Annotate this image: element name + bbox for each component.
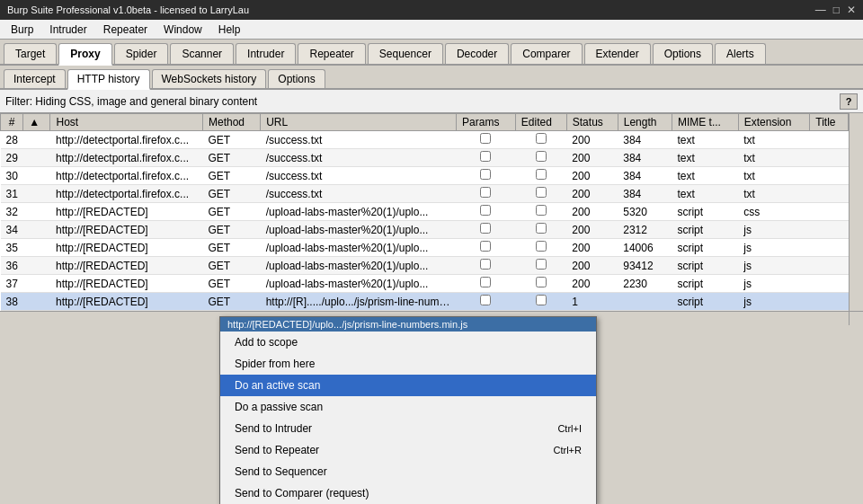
cell-params[interactable] xyxy=(457,293,516,311)
table-row[interactable]: 32 http://[REDACTED] GET /upload-labs-ma… xyxy=(1,203,849,221)
vertical-scrollbar[interactable] xyxy=(849,113,863,311)
tab-target[interactable]: Target xyxy=(4,43,57,64)
ctx-do-active-scan[interactable]: Do an active scan xyxy=(220,375,596,396)
ctx-send-to-comparer[interactable]: Send to Comparer (request) xyxy=(220,482,596,504)
cell-params[interactable] xyxy=(457,131,516,149)
params-checkbox[interactable] xyxy=(480,295,491,305)
cell-params[interactable] xyxy=(457,185,516,203)
cell-sort xyxy=(23,185,50,203)
col-method[interactable]: Method xyxy=(202,114,260,131)
tab-options[interactable]: Options xyxy=(653,43,713,64)
params-checkbox[interactable] xyxy=(480,133,491,144)
edited-checkbox[interactable] xyxy=(536,259,547,270)
edited-checkbox[interactable] xyxy=(536,187,547,198)
params-checkbox[interactable] xyxy=(480,277,491,287)
col-host[interactable]: Host xyxy=(50,114,202,131)
subtab-intercept[interactable]: Intercept xyxy=(4,69,66,88)
table-row[interactable]: 31 http://detectportal.firefox.c... GET … xyxy=(1,185,849,203)
edited-checkbox[interactable] xyxy=(536,241,547,252)
menu-repeater[interactable]: Repeater xyxy=(96,22,155,38)
tab-intruder[interactable]: Intruder xyxy=(236,43,296,64)
edited-checkbox[interactable] xyxy=(536,151,547,162)
col-status[interactable]: Status xyxy=(566,114,618,131)
cell-edited[interactable] xyxy=(515,257,566,275)
tab-scanner[interactable]: Scanner xyxy=(170,43,234,64)
subtab-websockets-history[interactable]: WebSockets history xyxy=(152,69,267,88)
tab-repeater[interactable]: Repeater xyxy=(298,43,365,64)
col-mime[interactable]: MIME t... xyxy=(672,114,738,131)
cell-edited[interactable] xyxy=(515,185,566,203)
cell-params[interactable] xyxy=(457,167,516,185)
table-row[interactable]: 37 http://[REDACTED] GET /upload-labs-ma… xyxy=(1,275,849,293)
edited-checkbox[interactable] xyxy=(536,223,547,234)
table-row[interactable]: 34 http://[REDACTED] GET /upload-labs-ma… xyxy=(1,221,849,239)
cell-edited[interactable] xyxy=(515,203,566,221)
tab-spider[interactable]: Spider xyxy=(114,43,169,64)
params-checkbox[interactable] xyxy=(480,151,491,162)
cell-edited[interactable] xyxy=(515,293,566,311)
col-extension[interactable]: Extension xyxy=(738,114,810,131)
edited-checkbox[interactable] xyxy=(536,169,547,180)
tab-sequencer[interactable]: Sequencer xyxy=(368,43,443,64)
cell-length: 384 xyxy=(618,131,672,149)
cell-edited[interactable] xyxy=(515,167,566,185)
col-url[interactable]: URL xyxy=(261,114,457,131)
subtab-http-history[interactable]: HTTP history xyxy=(67,69,150,90)
ctx-spider-from-here[interactable]: Spider from here xyxy=(220,353,596,375)
cell-edited[interactable] xyxy=(515,149,566,167)
edited-checkbox[interactable] xyxy=(536,205,547,216)
col-params[interactable]: Params xyxy=(457,114,516,131)
params-checkbox[interactable] xyxy=(480,187,491,198)
tab-extender[interactable]: Extender xyxy=(584,43,651,64)
table-row[interactable]: 36 http://[REDACTED] GET /upload-labs-ma… xyxy=(1,257,849,275)
params-checkbox[interactable] xyxy=(480,259,491,270)
cell-params[interactable] xyxy=(457,275,516,293)
col-num[interactable]: # xyxy=(1,114,23,131)
cell-edited[interactable] xyxy=(515,221,566,239)
cell-edited[interactable] xyxy=(515,275,566,293)
table-row[interactable]: 38 http://[REDACTED] GET http://[R].....… xyxy=(1,293,849,311)
ctx-add-to-scope[interactable]: Add to scope xyxy=(220,332,596,353)
ctx-send-to-intruder[interactable]: Send to Intruder Ctrl+I xyxy=(220,418,596,439)
cell-edited[interactable] xyxy=(515,239,566,257)
col-length[interactable]: Length xyxy=(618,114,672,131)
cell-params[interactable] xyxy=(457,239,516,257)
subtab-options[interactable]: Options xyxy=(268,69,325,88)
menu-burp[interactable]: Burp xyxy=(4,22,40,38)
table-row[interactable]: 35 http://[REDACTED] GET /upload-labs-ma… xyxy=(1,239,849,257)
table-row[interactable]: 29 http://detectportal.firefox.c... GET … xyxy=(1,149,849,167)
ctx-send-to-sequencer[interactable]: Send to Sequencer xyxy=(220,461,596,482)
table-row[interactable]: 30 http://detectportal.firefox.c... GET … xyxy=(1,167,849,185)
ctx-send-to-repeater[interactable]: Send to Repeater Ctrl+R xyxy=(220,439,596,461)
cell-edited[interactable] xyxy=(515,131,566,149)
minimize-button[interactable]: — xyxy=(815,4,826,16)
params-checkbox[interactable] xyxy=(480,223,491,234)
filter-text[interactable]: Filter: Hiding CSS, image and general bi… xyxy=(5,95,257,108)
params-checkbox[interactable] xyxy=(480,169,491,180)
table-row[interactable]: 28 http://detectportal.firefox.c... GET … xyxy=(1,131,849,149)
cell-params[interactable] xyxy=(457,203,516,221)
filter-help-button[interactable]: ? xyxy=(840,93,858,110)
params-checkbox[interactable] xyxy=(480,205,491,216)
tab-alerts[interactable]: Alerts xyxy=(715,43,766,64)
col-title[interactable]: Title xyxy=(810,114,849,131)
col-edited[interactable]: Edited xyxy=(515,114,566,131)
tab-proxy[interactable]: Proxy xyxy=(58,43,111,66)
ctx-do-passive-scan[interactable]: Do a passive scan xyxy=(220,396,596,418)
cell-params[interactable] xyxy=(457,257,516,275)
edited-checkbox[interactable] xyxy=(536,277,547,287)
close-button[interactable]: ✕ xyxy=(847,4,856,16)
edited-checkbox[interactable] xyxy=(536,295,547,305)
tab-decoder[interactable]: Decoder xyxy=(445,43,509,64)
cell-status: 200 xyxy=(566,149,618,167)
cell-params[interactable] xyxy=(457,149,516,167)
edited-checkbox[interactable] xyxy=(536,133,547,144)
col-sort[interactable]: ▲ xyxy=(23,114,50,131)
menu-intruder[interactable]: Intruder xyxy=(42,22,93,38)
cell-params[interactable] xyxy=(457,221,516,239)
menu-help[interactable]: Help xyxy=(211,22,248,38)
tab-comparer[interactable]: Comparer xyxy=(511,43,582,64)
menu-window[interactable]: Window xyxy=(156,22,209,38)
maximize-button[interactable]: □ xyxy=(833,4,840,16)
params-checkbox[interactable] xyxy=(480,241,491,252)
